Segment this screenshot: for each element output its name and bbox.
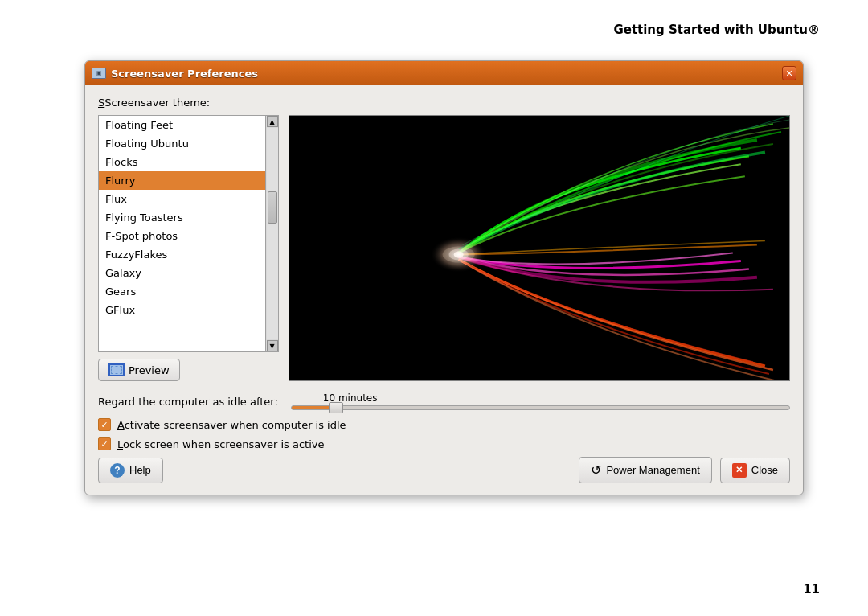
help-button[interactable]: ? Help <box>98 458 163 483</box>
scroll-up-arrow[interactable]: ▲ <box>267 116 278 127</box>
titlebar-left: ▣ Screensaver Preferences <box>92 68 258 80</box>
activate-screensaver-label: Activate screensaver when computer is id… <box>117 419 346 431</box>
list-item-fuzzyflakes[interactable]: FuzzyFlakes <box>99 245 265 264</box>
preview-button-label: Preview <box>129 364 170 376</box>
screensaver-listbox[interactable]: Floating Feet Floating Ubuntu Flocks Flu… <box>98 115 279 352</box>
help-icon: ? <box>110 463 125 478</box>
slider-container: 10 minutes <box>291 392 790 410</box>
list-item-flying-toasters[interactable]: Flying Toasters <box>99 208 265 227</box>
help-button-label: Help <box>129 464 151 476</box>
list-item-flocks[interactable]: Flocks <box>99 153 265 171</box>
listbox-scrollbar[interactable]: ▲ ▼ <box>265 116 278 351</box>
preview-icon <box>108 363 125 376</box>
list-item-floating-feet[interactable]: Floating Feet <box>99 116 265 134</box>
scroll-down-arrow[interactable]: ▼ <box>267 340 278 351</box>
page-number: 11 <box>803 582 820 597</box>
idle-slider-thumb[interactable] <box>329 402 343 413</box>
lock-screen-checkbox[interactable] <box>98 437 111 450</box>
power-icon: ↺ <box>591 462 601 478</box>
preview-button[interactable]: Preview <box>98 359 180 381</box>
dialog-titlebar: ▣ Screensaver Preferences ✕ <box>85 61 803 85</box>
list-item-flux[interactable]: Flux <box>99 190 265 208</box>
list-item-fspot-photos[interactable]: F-Spot photos <box>99 227 265 245</box>
screensaver-list-container: Floating Feet Floating Ubuntu Flocks Flu… <box>98 115 279 381</box>
close-x-icon: ✕ <box>732 463 747 478</box>
screensaver-theme-label: SScreensaver theme: <box>98 97 790 109</box>
idle-row: Regard the computer as idle after: 10 mi… <box>98 392 790 410</box>
scroll-thumb[interactable] <box>268 191 277 224</box>
svg-point-4 <box>431 236 487 272</box>
buttons-row: ? Help ↺ Power Management ✕ Close <box>98 457 790 483</box>
window-close-button[interactable]: ✕ <box>782 66 796 80</box>
lock-screen-row: Lock screen when screensaver is active <box>98 437 790 450</box>
power-management-label: Power Management <box>606 464 699 476</box>
lock-screen-label: Lock screen when screensaver is active <box>117 438 325 450</box>
list-item-galaxy[interactable]: Galaxy <box>99 264 265 282</box>
close-button[interactable]: ✕ Close <box>720 458 790 483</box>
screensaver-preferences-dialog: ▣ Screensaver Preferences ✕ SScreensaver… <box>84 60 804 495</box>
listbox-items: Floating Feet Floating Ubuntu Flocks Flu… <box>99 116 265 319</box>
dialog-title: Screensaver Preferences <box>111 68 258 80</box>
scroll-track[interactable] <box>267 128 278 339</box>
list-item-gears[interactable]: Gears <box>99 282 265 301</box>
main-row: Floating Feet Floating Ubuntu Flocks Flu… <box>98 115 790 381</box>
list-item-gflux[interactable]: GFlux <box>99 301 265 319</box>
power-management-button[interactable]: ↺ Power Management <box>579 457 711 483</box>
list-item-floating-ubuntu[interactable]: Floating Ubuntu <box>99 134 265 153</box>
dialog-content: SScreensaver theme: Floating Feet Floati… <box>85 85 803 495</box>
screensaver-preview-area <box>289 115 790 381</box>
list-item-flurry[interactable]: Flurry <box>99 171 265 190</box>
flurry-visualization <box>289 116 789 381</box>
close-button-label: Close <box>751 464 778 476</box>
activate-screensaver-row: Activate screensaver when computer is id… <box>98 418 790 431</box>
dialog-icon: ▣ <box>92 68 106 79</box>
activate-screensaver-checkbox[interactable] <box>98 418 111 431</box>
idle-slider-track[interactable] <box>291 405 790 410</box>
idle-label: Regard the computer as idle after: <box>98 396 278 408</box>
page-title: Getting Started with Ubuntu® <box>613 23 820 37</box>
